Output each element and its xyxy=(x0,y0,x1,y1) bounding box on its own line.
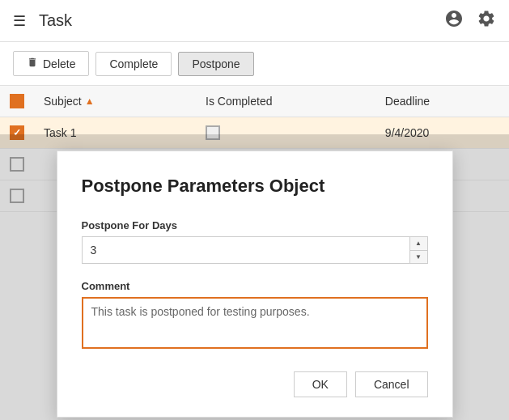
account-icon[interactable] xyxy=(444,9,464,33)
postpone-days-label: Postpone For Days xyxy=(82,219,428,231)
postpone-modal: Postpone Parameters Object Postpone For … xyxy=(57,151,453,418)
delete-button[interactable]: Delete xyxy=(13,51,89,76)
settings-icon[interactable] xyxy=(477,9,496,33)
spinner-up-button[interactable]: ▲ xyxy=(410,237,427,251)
header-is-completed[interactable]: Is Completed xyxy=(196,86,375,117)
ok-button[interactable]: OK xyxy=(294,371,347,397)
modal-footer: OK Cancel xyxy=(82,371,428,397)
cancel-button[interactable]: Cancel xyxy=(355,371,428,397)
postpone-days-input[interactable] xyxy=(83,237,409,263)
header-deadline[interactable]: Deadline xyxy=(375,86,509,117)
delete-label: Delete xyxy=(43,57,75,70)
app-title: Task xyxy=(39,11,444,30)
spinner-buttons: ▲ ▼ xyxy=(409,237,427,263)
table-container: Subject ▲ Is Completed Deadline xyxy=(0,86,509,420)
postpone-days-input-wrapper: ▲ ▼ xyxy=(82,236,428,264)
app-container: ☰ Task Delete xyxy=(0,0,509,420)
header: ☰ Task xyxy=(0,0,509,42)
toolbar: Delete Complete Postpone xyxy=(0,42,509,86)
header-checkbox-col xyxy=(0,86,34,117)
comment-group: Comment xyxy=(82,280,428,352)
table-header-row: Subject ▲ Is Completed Deadline xyxy=(0,86,509,117)
header-icons xyxy=(444,9,496,33)
complete-button[interactable]: Complete xyxy=(95,52,172,76)
select-all-checkbox[interactable] xyxy=(10,94,24,108)
complete-label: Complete xyxy=(109,57,158,70)
modal-title: Postpone Parameters Object xyxy=(82,176,428,197)
hamburger-icon[interactable]: ☰ xyxy=(13,12,26,30)
sort-arrow-icon: ▲ xyxy=(85,95,95,107)
comment-textarea[interactable] xyxy=(82,297,428,349)
postpone-label: Postpone xyxy=(192,57,240,70)
postpone-button[interactable]: Postpone xyxy=(178,52,253,76)
modal-overlay: Postpone Parameters Object Postpone For … xyxy=(0,134,509,420)
postpone-days-group: Postpone For Days ▲ ▼ xyxy=(82,219,428,264)
trash-icon xyxy=(27,57,38,70)
spinner-down-button[interactable]: ▼ xyxy=(410,251,427,264)
comment-label: Comment xyxy=(82,280,428,292)
header-subject[interactable]: Subject ▲ xyxy=(34,86,196,117)
